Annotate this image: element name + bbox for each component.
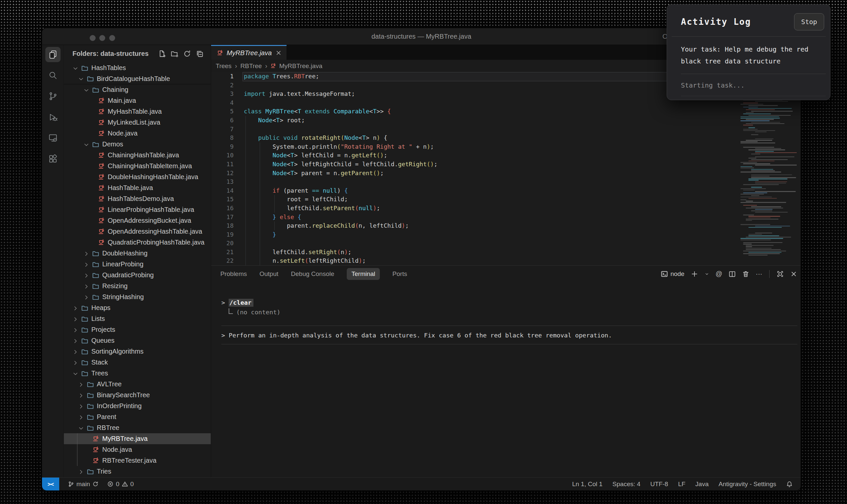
tree-item-node-java[interactable]: Node.java: [64, 444, 211, 455]
folder-icon: [81, 65, 88, 72]
status-lf[interactable]: LF: [678, 481, 685, 488]
tree-item-tries[interactable]: Tries: [64, 466, 211, 477]
status-antigravity-settings[interactable]: Antigravity - Settings: [719, 481, 776, 488]
tree-item-queues[interactable]: Queues: [64, 335, 211, 346]
close-panel-icon[interactable]: [790, 270, 797, 277]
refresh-icon[interactable]: [183, 50, 191, 57]
tree-item-quadraticprobinghashtable-java[interactable]: QuadraticProbingHashTable.java: [64, 237, 211, 248]
tree-item-resizing[interactable]: Resizing: [64, 281, 211, 291]
tree-item-binarysearchtree[interactable]: BinarySearchTree: [64, 390, 211, 400]
breadcrumb-item-rbtree[interactable]: RBTree: [240, 62, 263, 70]
tree-item-stack[interactable]: Stack: [64, 357, 211, 368]
tree-item-heaps[interactable]: Heaps: [64, 302, 211, 313]
tree-item-quadraticprobing[interactable]: QuadraticProbing: [64, 270, 211, 281]
tree-item-openaddressinghashtable-java[interactable]: OpenAddressingHashTable.java: [64, 226, 211, 237]
tree-item-chaining[interactable]: Chaining: [64, 84, 211, 95]
tab-myrbtree-java[interactable]: MyRBTree.java: [211, 45, 287, 60]
tree-item-linearprobing[interactable]: LinearProbing: [64, 259, 211, 270]
panel-tab-problems[interactable]: Problems: [220, 270, 247, 277]
line-number: 6: [211, 116, 234, 125]
tree-item-rbtree[interactable]: RBTree: [64, 422, 211, 433]
split-terminal-icon[interactable]: [729, 270, 736, 277]
tree-item-trees[interactable]: Trees: [64, 368, 211, 379]
chevron-right-icon: [83, 262, 92, 267]
terminal-command-row: > /clear: [221, 299, 797, 306]
tree-item-linearprobinghashtable-java[interactable]: LinearProbingHashTable.java: [64, 204, 211, 215]
tree-item-birdcataloguehashtable[interactable]: BirdCatalogueHashTable: [64, 73, 211, 84]
tree-item-hashtablesdemo-java[interactable]: HashTablesDemo.java: [64, 193, 211, 204]
remote-indicator[interactable]: ><: [42, 478, 59, 490]
code-line-22: 22 n.setLeft(leftRightChild);: [211, 256, 801, 265]
folder-icon: [92, 141, 99, 148]
java-file-icon: [98, 184, 105, 192]
source-control-icon[interactable]: [45, 89, 60, 104]
tree-item-label: StringHashing: [102, 293, 144, 301]
extensions-icon[interactable]: [45, 151, 60, 166]
line-number: 12: [211, 169, 234, 178]
panel-tab-terminal[interactable]: Terminal: [347, 268, 380, 280]
terminal-content[interactable]: > /clear (no content) > Perform an in-de…: [211, 282, 801, 344]
status-java[interactable]: Java: [695, 481, 709, 488]
tree-item-rbtreetester-java[interactable]: RBTreeTester.java: [64, 455, 211, 466]
tree-item-avltree[interactable]: AVLTree: [64, 379, 211, 390]
explorer-icon[interactable]: [45, 47, 60, 62]
line-number: 2: [211, 81, 234, 90]
code-line-18: 18 parent.replaceChild(n, leftChild);: [211, 221, 801, 230]
tree-item-doublehashinghashtable-java[interactable]: DoubleHashingHashTable.java: [64, 172, 211, 182]
problems-indicator[interactable]: 0 0: [107, 481, 134, 488]
tree-item-main-java[interactable]: Main.java: [64, 95, 211, 106]
tree-item-label: Heaps: [91, 304, 110, 312]
folder-icon: [81, 348, 88, 355]
panel-tab-output[interactable]: Output: [259, 270, 278, 277]
tree-item-inorderprinting[interactable]: InOrderPrinting: [64, 400, 211, 412]
stop-button[interactable]: Stop: [794, 13, 824, 31]
tree-item-mylinkedlist-java[interactable]: MyLinkedList.java: [64, 117, 211, 128]
breadcrumb-item-trees[interactable]: Trees: [215, 62, 232, 70]
at-mention-icon[interactable]: @: [716, 270, 722, 277]
tree-item-chaininghashtableitem-java[interactable]: ChainingHashTableItem.java: [64, 161, 211, 172]
branch-indicator[interactable]: main: [68, 481, 99, 488]
tree-item-openaddressingbucket-java[interactable]: OpenAddressingBucket.java: [64, 215, 211, 226]
collapse-all-icon[interactable]: [196, 50, 204, 57]
chevron-right-icon: [72, 316, 81, 322]
breadcrumb-item-myrbtree-java[interactable]: MyRBTree.java: [279, 62, 323, 70]
more-actions-icon[interactable]: ···: [756, 270, 762, 277]
tree-item-hashtables[interactable]: HashTables: [64, 62, 211, 73]
tree-item-chaininghashtable-java[interactable]: ChainingHashTable.java: [64, 150, 211, 161]
remote-explorer-icon[interactable]: [45, 130, 60, 145]
tree-item-projects[interactable]: Projects: [64, 324, 211, 335]
tree-item-doublehashing[interactable]: DoubleHashing: [64, 248, 211, 259]
java-file-icon: [98, 217, 105, 224]
chevron-right-icon: [83, 251, 92, 256]
bell-icon[interactable]: [786, 481, 793, 487]
tree-item-hashtable-java[interactable]: HashTable.java: [64, 182, 211, 193]
tree-item-parent[interactable]: Parent: [64, 412, 211, 422]
new-terminal-icon[interactable]: [691, 270, 698, 277]
kill-terminal-icon[interactable]: [742, 270, 749, 277]
run-debug-icon[interactable]: [45, 109, 60, 125]
tree-item-myrbtree-java[interactable]: MyRBTree.java: [64, 433, 211, 444]
activity-log-status: Starting task...: [667, 74, 830, 89]
panel-tab-ports[interactable]: Ports: [392, 270, 407, 277]
maximize-panel-icon[interactable]: [777, 270, 784, 277]
code-editor[interactable]: 1package Trees.RBTree;23import java.text…: [211, 72, 801, 265]
status-spaces-4[interactable]: Spaces: 4: [612, 481, 641, 488]
tab-close-icon[interactable]: [275, 50, 282, 56]
tree-item-label: Chaining: [102, 86, 128, 93]
folder-icon: [87, 381, 94, 388]
panel-tab-debug-console[interactable]: Debug Console: [291, 270, 334, 277]
tree-item-myhashtable-java[interactable]: MyHashTable.java: [64, 106, 211, 117]
status-ln-1-col-1[interactable]: Ln 1, Col 1: [572, 481, 603, 488]
tree-item-node-java[interactable]: Node.java: [64, 128, 211, 139]
tree-item-lists[interactable]: Lists: [64, 313, 211, 324]
tree-item-demos[interactable]: Demos: [64, 139, 211, 150]
tree-item-stringhashing[interactable]: StringHashing: [64, 291, 211, 302]
minimap[interactable]: [741, 73, 797, 264]
terminal-dropdown-icon[interactable]: [704, 270, 709, 277]
shell-selector[interactable]: node: [661, 270, 684, 277]
new-folder-icon[interactable]: [171, 50, 178, 57]
tree-item-sortingalgorithms[interactable]: SortingAlgorithms: [64, 346, 211, 357]
new-file-icon[interactable]: [158, 50, 166, 57]
search-icon[interactable]: [45, 68, 60, 83]
status-utf-8[interactable]: UTF-8: [651, 481, 668, 488]
